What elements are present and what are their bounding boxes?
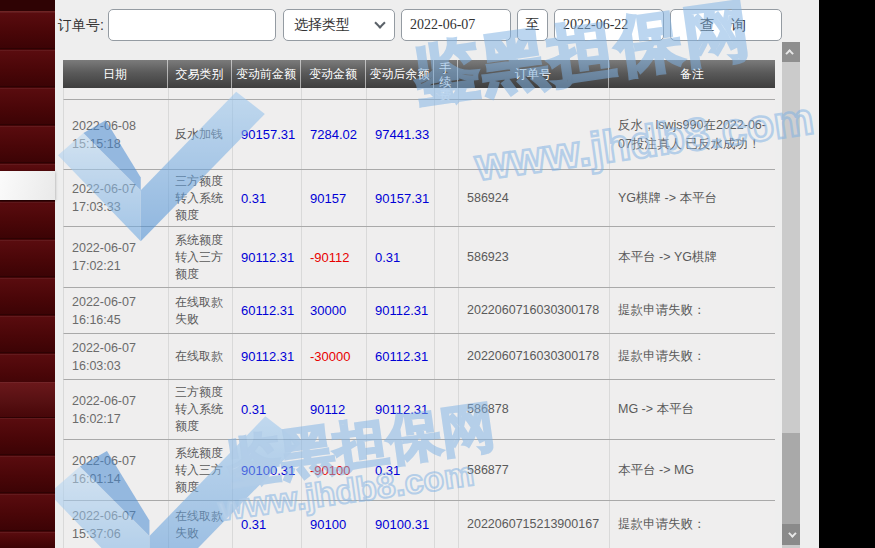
sidebar-item-active[interactable] (0, 382, 55, 418)
type-select[interactable]: 选择类型 (283, 9, 395, 41)
table-header-row: 日期 交易类别 变动前金额 变动金额 变动后余额 手续费 订单号 备注 (63, 60, 775, 88)
cell-date: 2022-06-0815:15:18 (64, 100, 169, 169)
cell-amount-before: 0.31 (233, 170, 302, 226)
cell-fee (435, 227, 459, 287)
date-to-input[interactable] (554, 9, 664, 41)
cell-fee (435, 501, 459, 548)
cell-remark: 本平台 -> YG棋牌 (610, 227, 775, 287)
cell-type: 三方额度转入系统额度 (169, 380, 233, 439)
table-row: 2022-06-0716:01:14 系统额度转入三方额度 90100.31 -… (63, 440, 775, 501)
cell-fee (435, 440, 459, 500)
sidebar-nav (0, 0, 55, 548)
cell-remark: 提款申请失败： (610, 501, 775, 548)
date-from-input[interactable] (401, 9, 511, 41)
header-order: 订单号 (458, 60, 609, 88)
cell-amount-after: 60112.31 (367, 334, 435, 379)
transactions-table: 日期 交易类别 变动前金额 变动金额 变动后余额 手续费 订单号 备注 2022… (63, 60, 775, 548)
scroll-down-button[interactable] (782, 524, 800, 545)
cell-fee (435, 170, 459, 226)
scrollbar-thumb[interactable] (782, 433, 800, 524)
cell-type: 系统额度转入三方额度 (169, 440, 233, 500)
cell-amount-change: 90100 (302, 501, 367, 548)
cell-amount-before: 90157.31 (233, 100, 302, 169)
cell-date: 2022-06-0716:16:45 (64, 288, 169, 333)
cell-amount-after: 0.31 (367, 227, 435, 287)
sidebar-item[interactable] (0, 12, 55, 49)
sidebar-item[interactable] (0, 456, 55, 493)
sidebar-item[interactable] (0, 316, 55, 353)
cell-date: 2022-06-0716:03:03 (64, 334, 169, 379)
cell-amount-after: 0.31 (367, 440, 435, 500)
chevron-down-icon (788, 529, 796, 537)
cell-date: 2022-06-0715:37:06 (64, 501, 169, 548)
cell-order-no: 586878 (459, 380, 610, 439)
vertical-scrollbar (782, 42, 800, 548)
cell-amount-after: 90157.31 (367, 170, 435, 226)
order-number-label: 订单号: (58, 17, 104, 35)
cell-type: 在线取款 (169, 334, 233, 379)
cell-amount-change: 30000 (302, 288, 367, 333)
sidebar-item[interactable] (0, 88, 55, 125)
cell-type: 系统额度转入三方额度 (169, 227, 233, 287)
header-type: 交易类别 (168, 60, 232, 88)
cell-date: 2022-06-0717:02:21 (64, 227, 169, 287)
cell-amount-after: 90112.31 (367, 288, 435, 333)
cell-remark: 提款申请失败： (610, 334, 775, 379)
cell-order-no: 2022060715213900167 (459, 501, 610, 548)
cell-amount-after: 90112.31 (367, 380, 435, 439)
cell-fee (435, 100, 459, 169)
sidebar-item[interactable] (0, 240, 55, 277)
table-row-partial (63, 88, 775, 100)
cell-amount-change: 7284.02 (302, 100, 367, 169)
sidebar-item[interactable] (0, 50, 55, 87)
sidebar-item[interactable] (0, 532, 55, 548)
cell-order-no: 586923 (459, 227, 610, 287)
cell-amount-before: 90112.31 (233, 227, 302, 287)
date-range-to-label: 至 (517, 9, 548, 41)
query-button[interactable]: 查 询 (670, 9, 782, 41)
table-row: 2022-06-0716:16:45 在线取款失败 60112.31 30000… (63, 288, 775, 334)
chevron-down-icon (374, 17, 385, 28)
cell-fee (435, 334, 459, 379)
table-row: 2022-06-0717:03:33 三方额度转入系统额度 0.31 90157… (63, 170, 775, 227)
sidebar-highlight-band (0, 171, 55, 200)
header-after: 变动后余额 (366, 60, 434, 88)
cell-type: 在线取款失败 (169, 501, 233, 548)
sidebar-item[interactable] (0, 202, 55, 239)
cell-date: 2022-06-0716:02:17 (64, 380, 169, 439)
cell-order-no: 586924 (459, 170, 610, 226)
cell-order-no (459, 100, 610, 169)
scroll-up-button[interactable] (782, 42, 800, 62)
sidebar-item[interactable] (0, 418, 55, 455)
cell-remark: 反水，lswjs990在2022-06-07投注真人 已反水成功！ (610, 100, 775, 169)
header-date: 日期 (63, 60, 168, 88)
cell-remark: MG -> 本平台 (610, 380, 775, 439)
sidebar-item[interactable] (0, 494, 55, 531)
cell-type: 反水加钱 (169, 100, 233, 169)
chevron-up-icon (785, 49, 793, 57)
header-before: 变动前金额 (232, 60, 301, 88)
sidebar-item[interactable] (0, 126, 55, 163)
cell-amount-before: 90100.31 (233, 440, 302, 500)
cell-fee (435, 380, 459, 439)
header-fee: 手续费 (434, 60, 458, 88)
cell-remark: YG棋牌 -> 本平台 (610, 170, 775, 226)
cell-amount-before: 0.31 (233, 501, 302, 548)
table-row: 2022-06-0716:02:17 三方额度转入系统额度 0.31 90112… (63, 380, 775, 440)
cell-type: 在线取款失败 (169, 288, 233, 333)
cell-order-no: 2022060716030300178 (459, 288, 610, 333)
main-content: 订单号: 选择类型 至 查 询 日期 交易类别 变动前金额 变动金额 变动后余额… (55, 0, 819, 548)
header-remark: 备注 (609, 60, 775, 88)
cell-amount-change: 90157 (302, 170, 367, 226)
cell-amount-before: 90112.31 (233, 334, 302, 379)
table-row: 2022-06-0716:03:03 在线取款 90112.31 -30000 … (63, 334, 775, 380)
table-row: 2022-06-0715:37:06 在线取款失败 0.31 90100 901… (63, 501, 775, 548)
cell-amount-change: -90100 (302, 440, 367, 500)
order-number-input[interactable] (108, 9, 276, 41)
sidebar-item[interactable] (0, 278, 55, 315)
cell-amount-before: 60112.31 (233, 288, 302, 333)
cell-fee (435, 288, 459, 333)
cell-remark: 本平台 -> MG (610, 440, 775, 500)
type-select-value: 选择类型 (294, 16, 376, 34)
cell-order-no: 2022060716030300178 (459, 334, 610, 379)
